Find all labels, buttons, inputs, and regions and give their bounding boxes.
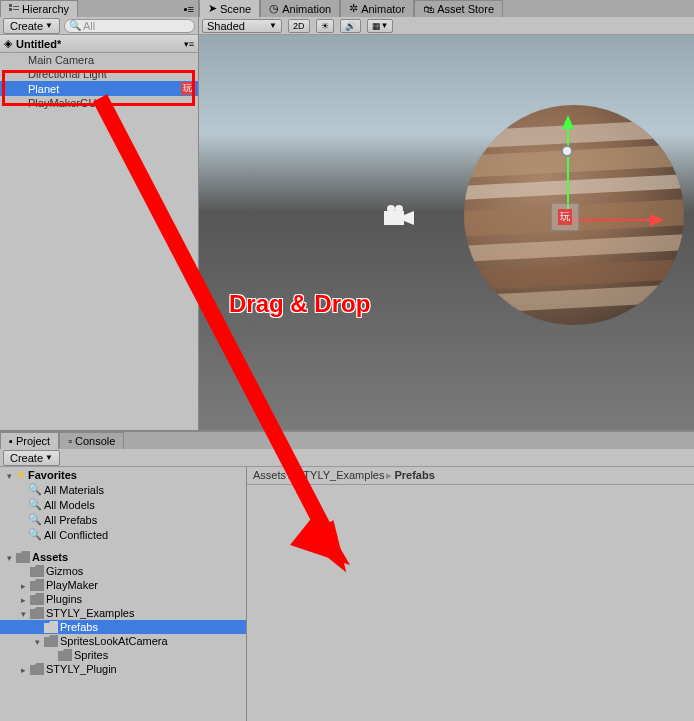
tree-item[interactable]: PlayMaker — [0, 578, 246, 592]
star-icon: ★ — [16, 468, 26, 481]
gizmo-origin-icon — [561, 145, 573, 157]
panel-menu-icon[interactable]: ▪≡ — [180, 1, 198, 17]
scene-viewport[interactable]: 玩 Drag & Drop — [199, 35, 694, 430]
hierarchy-item-selected[interactable]: Planet 玩 — [0, 81, 198, 96]
search-icon: 🔍 — [28, 483, 42, 496]
tab-project[interactable]: ▪ Project — [0, 432, 59, 449]
tree-item[interactable]: STYLY_Examples — [0, 606, 246, 620]
tree-item-label: Sprites — [74, 649, 108, 661]
tab-asset-store[interactable]: 🛍 Asset Store — [414, 0, 503, 17]
folder-icon: ▪ — [9, 435, 13, 447]
folder-icon — [30, 593, 44, 605]
scene-icon: ➤ — [208, 2, 217, 15]
favorites-header[interactable]: ★ Favorites — [0, 467, 246, 482]
folder-icon — [30, 663, 44, 675]
clock-icon: ◷ — [269, 2, 279, 15]
hierarchy-item-label: Planet — [28, 83, 59, 95]
svg-rect-3 — [13, 9, 19, 10]
assets-header[interactable]: Assets — [0, 550, 246, 564]
hierarchy-toolbar: Create ▼ 🔍All — [0, 17, 198, 35]
favorite-item[interactable]: 🔍All Materials — [0, 482, 246, 497]
tree-item-label: Gizmos — [46, 565, 83, 577]
hierarchy-item[interactable]: PlayMakerGUI — [0, 96, 198, 110]
gizmo-center-icon[interactable]: 玩 — [551, 203, 579, 231]
search-icon: 🔍 — [28, 528, 42, 541]
hierarchy-list: Main Camera Directional Light Planet 玩 P… — [0, 53, 198, 430]
scene-name: Untitled* — [16, 38, 61, 50]
project-tab-row: ▪ Project ▫ Console — [0, 432, 694, 449]
svg-marker-7 — [650, 214, 664, 226]
tree-item[interactable]: Sprites — [0, 648, 246, 662]
tree-item-selected[interactable]: Prefabs — [0, 620, 246, 634]
hierarchy-tab-row: Hierarchy ▪≡ — [0, 0, 198, 17]
create-button[interactable]: Create ▼ — [3, 18, 60, 34]
scene-toolbar: Shaded▼ 2D ☀ 🔊 ▦ ▼ — [199, 17, 694, 35]
svg-point-9 — [395, 205, 403, 213]
breadcrumb[interactable]: Assets▸STYLY_Examples▸Prefabs — [247, 467, 694, 485]
folder-icon — [44, 635, 58, 647]
hierarchy-item[interactable]: Directional Light — [0, 67, 198, 81]
animator-icon: ✲ — [349, 2, 358, 15]
tree-item-label: STYLY_Plugin — [46, 663, 117, 675]
project-panel: ▪ Project ▫ Console Create ▼ ★ Favorites… — [0, 432, 694, 721]
unity-logo-icon: ◈ — [4, 37, 12, 50]
project-toolbar: Create ▼ — [0, 449, 694, 467]
svg-rect-0 — [9, 4, 12, 7]
tree-item[interactable]: SpritesLookAtCamera — [0, 634, 246, 648]
tab-console[interactable]: ▫ Console — [59, 432, 124, 449]
favorite-item[interactable]: 🔍All Prefabs — [0, 512, 246, 527]
project-create-button[interactable]: Create ▼ — [3, 450, 60, 466]
hierarchy-panel: Hierarchy ▪≡ Create ▼ 🔍All ◈ Untitled* ▾… — [0, 0, 199, 430]
folder-icon — [44, 621, 58, 633]
tree-item[interactable]: STYLY_Plugin — [0, 662, 246, 676]
favorite-item[interactable]: 🔍All Models — [0, 497, 246, 512]
gizmo-x-axis[interactable] — [564, 210, 664, 230]
search-icon: 🔍 — [28, 513, 42, 526]
scene-header[interactable]: ◈ Untitled* ▾≡ — [0, 35, 198, 53]
project-tree: ★ Favorites 🔍All Materials 🔍All Models 🔍… — [0, 467, 247, 721]
favorite-item[interactable]: 🔍All Conflicted — [0, 527, 246, 542]
folder-icon — [58, 649, 72, 661]
lighting-toggle[interactable]: ☀ — [316, 19, 334, 33]
folder-icon — [30, 565, 44, 577]
folder-icon — [16, 551, 30, 563]
audio-toggle[interactable]: 🔊 — [340, 19, 361, 33]
store-icon: 🛍 — [423, 3, 434, 15]
tree-item-label: SpritesLookAtCamera — [60, 635, 168, 647]
hierarchy-tab[interactable]: Hierarchy — [0, 0, 78, 17]
tree-item[interactable]: Gizmos — [0, 564, 246, 578]
scene-panel: ➤ Scene ◷ Animation ✲ Animator 🛍 Asset S… — [199, 0, 694, 430]
svg-marker-5 — [562, 115, 574, 129]
tree-item-label: STYLY_Examples — [46, 607, 134, 619]
shading-mode-dropdown[interactable]: Shaded▼ — [202, 19, 282, 33]
annotation-text: Drag & Drop — [229, 290, 370, 318]
console-icon: ▫ — [68, 435, 72, 447]
playmaker-badge-icon: 玩 — [181, 82, 194, 95]
tree-item-label: Prefabs — [60, 621, 98, 633]
search-icon: 🔍 — [28, 498, 42, 511]
hierarchy-icon — [9, 4, 19, 14]
tab-scene[interactable]: ➤ Scene — [199, 0, 260, 17]
tab-animation[interactable]: ◷ Animation — [260, 0, 340, 17]
camera-gizmo-icon — [379, 203, 419, 233]
project-content-area[interactable]: Assets▸STYLY_Examples▸Prefabs — [247, 467, 694, 721]
svg-rect-1 — [13, 6, 19, 7]
mode-2d-toggle[interactable]: 2D — [288, 19, 310, 33]
tree-item-label: Plugins — [46, 593, 82, 605]
scene-menu-icon[interactable]: ▾≡ — [184, 39, 194, 49]
tab-animator[interactable]: ✲ Animator — [340, 0, 414, 17]
tree-item[interactable]: Plugins — [0, 592, 246, 606]
hierarchy-tab-label: Hierarchy — [22, 3, 69, 15]
tree-item-label: PlayMaker — [46, 579, 98, 591]
scene-tab-row: ➤ Scene ◷ Animation ✲ Animator 🛍 Asset S… — [199, 0, 694, 17]
hierarchy-search-input[interactable]: 🔍All — [64, 19, 195, 33]
folder-icon — [30, 607, 44, 619]
fx-toggle[interactable]: ▦ ▼ — [367, 19, 394, 33]
svg-point-8 — [387, 205, 395, 213]
svg-rect-2 — [9, 8, 12, 11]
hierarchy-item[interactable]: Main Camera — [0, 53, 198, 67]
folder-icon — [30, 579, 44, 591]
